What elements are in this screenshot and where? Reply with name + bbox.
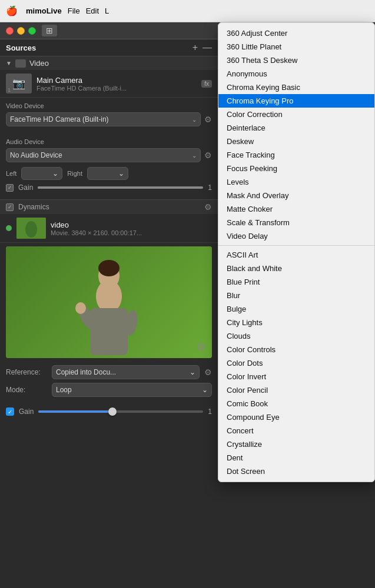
collapse-sources-button[interactable]: — bbox=[203, 43, 212, 52]
menu-item-blur[interactable]: Blur bbox=[218, 289, 374, 302]
reference-select[interactable]: Copied into Docu... ⌄ bbox=[52, 365, 200, 379]
menu-item-bulge[interactable]: Bulge bbox=[218, 302, 374, 316]
bottom-gain-checkbox[interactable] bbox=[6, 407, 14, 416]
video-group-icon bbox=[15, 59, 26, 68]
video-file-name: video bbox=[51, 220, 212, 229]
bottom-gain-thumb[interactable] bbox=[108, 407, 117, 416]
menu-item-deinterlace[interactable]: Deinterlace bbox=[218, 121, 374, 135]
minimize-button[interactable] bbox=[17, 27, 25, 35]
camera-number: 1 bbox=[8, 87, 11, 93]
preview-area: ⚙ bbox=[6, 246, 212, 358]
menu-item-dot-screen[interactable]: Dot Screen bbox=[218, 465, 374, 478]
menu-item-deskew[interactable]: Deskew bbox=[218, 135, 374, 148]
left-label: Left bbox=[6, 170, 16, 177]
audio-device-row: No Audio Device ⌄ ⚙ bbox=[6, 148, 212, 162]
menu-item-matte-choker[interactable]: Matte Choker bbox=[218, 202, 374, 216]
menu-item-blue-print[interactable]: Blue Print bbox=[218, 275, 374, 289]
menu-item-chroma-keying-basic[interactable]: Chroma Keying Basic bbox=[218, 81, 374, 94]
video-file-item[interactable]: video Movie. 3840 × 2160. 00:00:17... bbox=[0, 214, 218, 243]
fx-badge[interactable]: fx bbox=[201, 80, 212, 88]
menu-item-mask-and-overlay[interactable]: Mask And Overlay bbox=[218, 189, 374, 202]
menu-item-color-pencil[interactable]: Color Pencil bbox=[218, 383, 374, 397]
close-button[interactable] bbox=[6, 27, 14, 35]
edit-menu[interactable]: Edit bbox=[86, 6, 99, 15]
expand-triangle-icon: ▼ bbox=[6, 60, 12, 66]
left-panel: ⊞ Sources + — ▼ Video 📷 1 Main Camera bbox=[0, 22, 218, 588]
menu-item-color-invert[interactable]: Color Invert bbox=[218, 370, 374, 383]
bottom-gain-fill bbox=[38, 410, 112, 413]
menu-item-color-dots[interactable]: Color Dots bbox=[218, 356, 374, 370]
video-device-gear-icon[interactable]: ⚙ bbox=[204, 115, 212, 124]
bottom-gain-slider[interactable] bbox=[38, 410, 203, 413]
file-menu[interactable]: File bbox=[68, 6, 80, 15]
right-channel-arrow-icon: ⌄ bbox=[118, 169, 124, 178]
bottom-gain-label: Gain bbox=[19, 407, 34, 416]
video-info: video Movie. 3840 × 2160. 00:00:17... bbox=[51, 220, 212, 236]
video-device-arrow-icon: ⌄ bbox=[192, 116, 197, 123]
video-file-meta: Movie. 3840 × 2160. 00:00:17... bbox=[51, 229, 212, 236]
menu-item-face-tracking[interactable]: Face Tracking bbox=[218, 148, 374, 162]
mode-arrow-icon: ⌄ bbox=[202, 386, 208, 394]
menu-item-video-delay[interactable]: Video Delay bbox=[218, 229, 374, 243]
mode-row: Mode: Loop ⌄ bbox=[6, 383, 212, 397]
dynamics-gear-icon[interactable]: ⚙ bbox=[204, 202, 212, 212]
menu-item-chroma-keying-pro[interactable]: Chroma Keying Pro bbox=[218, 94, 374, 108]
menu-item-black-and-white[interactable]: Black and White bbox=[218, 262, 374, 275]
menu-item-anonymous[interactable]: Anonymous bbox=[218, 67, 374, 81]
audio-device-gear-icon[interactable]: ⚙ bbox=[204, 151, 212, 160]
menu-item-color-correction[interactable]: Color Correction bbox=[218, 108, 374, 121]
menu-item-360-adjust-center[interactable]: 360 Adjust Center bbox=[218, 26, 374, 40]
menu-item-360-theta-s-deskew[interactable]: 360 Theta S Deskew bbox=[218, 54, 374, 67]
left-channel-select[interactable]: ⌄ bbox=[21, 167, 62, 180]
sidebar-toggle-button[interactable]: ⊞ bbox=[42, 25, 57, 36]
dynamics-row: Dynamics ⚙ bbox=[0, 199, 218, 214]
camera-row[interactable]: 📷 1 Main Camera FaceTime HD Camera (Buil… bbox=[0, 70, 218, 98]
svg-rect-5 bbox=[90, 308, 128, 355]
mode-label: Mode: bbox=[6, 386, 47, 394]
video-device-select[interactable]: FaceTime HD Camera (Built-in) ⌄ bbox=[6, 112, 201, 126]
video-device-label: Video Device bbox=[6, 102, 212, 109]
menu-item-crystallize[interactable]: Crystallize bbox=[218, 437, 374, 451]
menu-item-city-lights[interactable]: City Lights bbox=[218, 316, 374, 329]
preview-gear-icon[interactable]: ⚙ bbox=[197, 340, 206, 353]
menu-scroll-area[interactable]: 360 Adjust Center360 Little Planet360 Th… bbox=[218, 25, 374, 479]
menu-item-levels[interactable]: Levels bbox=[218, 175, 374, 189]
lr-row: Left ⌄ Right ⌄ bbox=[6, 167, 212, 180]
menu-item-clouds[interactable]: Clouds bbox=[218, 329, 374, 343]
audio-device-label: Audio Device bbox=[6, 138, 212, 145]
video-group-label: Video bbox=[29, 59, 49, 68]
apple-menu-icon[interactable]: 🍎 bbox=[6, 5, 18, 16]
menu-item-scale-&-transform[interactable]: Scale & Transform bbox=[218, 216, 374, 229]
right-channel-select[interactable]: ⌄ bbox=[87, 167, 128, 180]
video-group-header[interactable]: ▼ Video bbox=[0, 56, 218, 70]
mode-select[interactable]: Loop ⌄ bbox=[52, 383, 212, 397]
camera-subtitle: FaceTime HD Camera (Built-i... bbox=[36, 85, 197, 92]
menu-item-concert[interactable]: Concert bbox=[218, 424, 374, 437]
other-menu[interactable]: L bbox=[105, 6, 109, 15]
reference-row: Reference: Copied into Docu... ⌄ ⚙ bbox=[6, 365, 212, 379]
menu-item-dent[interactable]: Dent bbox=[218, 451, 374, 465]
mode-value: Loop bbox=[56, 386, 72, 394]
audio-device-select[interactable]: No Audio Device ⌄ bbox=[6, 148, 201, 162]
reference-gear-icon[interactable]: ⚙ bbox=[204, 368, 212, 377]
video-active-dot bbox=[6, 225, 12, 231]
camera-info: Main Camera FaceTime HD Camera (Built-i.… bbox=[36, 76, 197, 92]
sources-header: Sources + — bbox=[0, 39, 218, 56]
gain-checkbox[interactable] bbox=[6, 184, 14, 192]
dynamics-checkbox[interactable] bbox=[6, 203, 14, 211]
maximize-button[interactable] bbox=[28, 27, 36, 35]
add-source-button[interactable]: + bbox=[193, 43, 198, 52]
svg-point-1 bbox=[25, 221, 37, 238]
menu-item-color-controls[interactable]: Color Controls bbox=[218, 343, 374, 356]
gain-slider[interactable] bbox=[38, 186, 203, 189]
camera-thumbnail: 📷 1 bbox=[6, 74, 32, 93]
preview-person-svg bbox=[50, 249, 168, 358]
sidebar-toggle-icon: ⊞ bbox=[46, 26, 53, 35]
menu-item-comic-book[interactable]: Comic Book bbox=[218, 397, 374, 410]
menu-item-ascii-art[interactable]: ASCII Art bbox=[218, 248, 374, 262]
video-device-section: Video Device FaceTime HD Camera (Built-i… bbox=[0, 98, 218, 136]
menu-item-360-little-planet[interactable]: 360 Little Planet bbox=[218, 40, 374, 54]
menu-item-focus-peeking[interactable]: Focus Peeking bbox=[218, 162, 374, 175]
menu-item-compound-eye[interactable]: Compound Eye bbox=[218, 410, 374, 424]
bottom-gain-row: Gain 1 bbox=[0, 404, 218, 419]
